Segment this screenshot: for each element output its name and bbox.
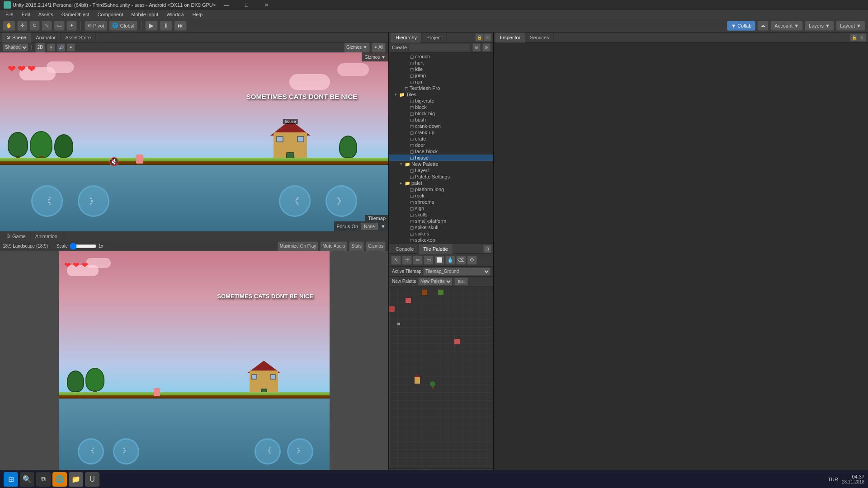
move-tool[interactable]: ✛	[17, 21, 28, 31]
menu-file[interactable]: File	[2, 11, 17, 18]
hier-item-platform-long[interactable]: ◻platform-long	[389, 186, 493, 192]
gizmos-game-button[interactable]: Gizmos	[366, 241, 386, 251]
gizmos-dropdown[interactable]: Gizmos ▼	[344, 42, 370, 52]
rotate-tool[interactable]: ↻	[29, 21, 40, 31]
layout-dropdown[interactable]: Layout ▼	[836, 21, 865, 31]
tab-project[interactable]: Project	[422, 33, 447, 42]
palette-fill-tool[interactable]: ⬜	[434, 256, 444, 265]
hand-tool[interactable]: ✋	[3, 21, 15, 31]
expand-arrow[interactable]: ▾	[400, 162, 405, 166]
active-tilemap-select[interactable]: Tilemap_Ground	[423, 267, 491, 276]
hier-item-crouch[interactable]: ◻crouch	[389, 53, 493, 60]
tab-tile-palette[interactable]: Tile Palette	[419, 244, 453, 254]
hier-item-Tiles[interactable]: ▾📁Tiles	[389, 91, 493, 98]
rect-tool[interactable]: ▭	[54, 21, 65, 31]
game-viewport[interactable]: ❤ ❤ ❤ SOMETIMES CATS DONT BE NICE 《 》 《 …	[0, 251, 388, 478]
hier-item-rock[interactable]: ◻rock	[389, 192, 493, 199]
mobile-btn-left-left[interactable]: 《	[31, 185, 63, 217]
hier-item-TextMeshPro[interactable]: ◻TextMesh Pro	[389, 85, 493, 91]
play-button[interactable]: ▶	[145, 21, 158, 31]
lighting-toggle[interactable]: ☀	[47, 43, 55, 52]
game-mobile-btn-lr[interactable]: 》	[113, 438, 139, 465]
game-mobile-btn-rl[interactable]: 《	[255, 438, 281, 465]
hier-item-big-crate[interactable]: ◻big-crate	[389, 98, 493, 104]
hier-item-house[interactable]: ◻house	[389, 155, 493, 161]
hier-item-PaletteSettings[interactable]: ◻Palette Settings	[389, 174, 493, 180]
tab-game[interactable]: ⊙ Game	[2, 231, 31, 241]
game-mobile-btn-rr[interactable]: 》	[287, 438, 313, 465]
hier-item-block-big[interactable]: ◻block-big	[389, 110, 493, 117]
start-button[interactable]: ⊞	[4, 472, 18, 487]
global-button[interactable]: 🌐 Global	[109, 21, 137, 31]
tab-animator[interactable]: Animator	[31, 33, 61, 42]
mute-audio-button[interactable]: Mute Audio	[320, 241, 347, 251]
taskbar-task-view[interactable]: ⧉	[36, 472, 51, 487]
cloud-button[interactable]: ☁	[757, 21, 769, 31]
hier-item-crate[interactable]: ◻crate	[389, 136, 493, 142]
hier-item-jump[interactable]: ◻jump	[389, 72, 493, 79]
expand-arrow[interactable]: ▸	[400, 181, 405, 185]
hierarchy-lock-btn[interactable]: 🔒	[475, 33, 483, 42]
tab-asset-store[interactable]: Asset Store	[61, 33, 96, 42]
layers-dropdown[interactable]: Layers ▼	[805, 21, 834, 31]
tab-console[interactable]: Console	[391, 244, 419, 254]
palette-select-tool[interactable]: ↖	[391, 256, 401, 265]
palette-edit-btn[interactable]: Edit	[454, 277, 468, 286]
console-maximize-btn[interactable]: ⊡	[483, 245, 491, 253]
scene-viewport[interactable]: house 《 》 《 》	[0, 52, 388, 231]
hier-item-spikes[interactable]: ◻spikes	[389, 230, 493, 237]
hier-item-face-block[interactable]: ◻face-block	[389, 148, 493, 155]
transform-tool[interactable]: ✦	[66, 21, 77, 31]
palette-tree-tile[interactable]	[430, 381, 435, 389]
hier-item-block[interactable]: ◻block	[389, 104, 493, 110]
game-mobile-btn-ll[interactable]: 《	[78, 438, 104, 465]
2d-toggle[interactable]: 2D	[35, 42, 46, 52]
menu-window[interactable]: Window	[163, 11, 188, 18]
tile-item-3[interactable]	[438, 290, 443, 295]
stats-button[interactable]: Stats	[349, 241, 364, 251]
tab-inspector[interactable]: Inspector	[495, 33, 525, 42]
focus-none-button[interactable]: None	[361, 223, 378, 230]
menu-assets[interactable]: Assets	[35, 11, 57, 18]
hierarchy-search[interactable]	[409, 44, 471, 51]
tab-services[interactable]: Services	[525, 33, 554, 42]
shading-mode-select[interactable]: Shaded	[3, 43, 28, 52]
scale-slider[interactable]	[70, 244, 97, 249]
menu-help[interactable]: Help	[189, 11, 206, 18]
scale-tool[interactable]: ⤡	[42, 21, 52, 31]
hierarchy-more-btn[interactable]: ≡	[483, 33, 491, 42]
hier-item-crank-up[interactable]: ◻crank-up	[389, 129, 493, 136]
hier-item-shrooms[interactable]: ◻shrooms	[389, 199, 493, 205]
focus-dropdown-icon[interactable]: ▼	[381, 224, 386, 229]
pivot-button[interactable]: ⊙ Pivot	[85, 21, 107, 31]
hier-item-idle[interactable]: ◻idle	[389, 66, 493, 72]
taskbar-file-explorer[interactable]: 📁	[69, 472, 83, 487]
hier-item-Layer1[interactable]: ◻Layer1	[389, 167, 493, 174]
tile-item-2[interactable]	[422, 290, 427, 295]
tab-animation[interactable]: Animation	[31, 231, 62, 241]
palette-select[interactable]: New Palette	[418, 277, 453, 286]
pause-button[interactable]: ⏸	[160, 21, 172, 31]
hier-item-sign[interactable]: ◻sign	[389, 205, 493, 211]
palette-erase-tool[interactable]: ⌫	[456, 256, 466, 265]
menu-gameobject[interactable]: GameObject	[58, 11, 93, 18]
tab-hierarchy[interactable]: Hierarchy	[391, 33, 422, 42]
hier-item-skulls[interactable]: ◻skulls	[389, 211, 493, 218]
tile-item-5[interactable]	[397, 323, 400, 325]
collab-button[interactable]: ▼ Collab	[727, 21, 755, 31]
hier-item-run[interactable]: ◻run	[389, 79, 493, 85]
menu-component[interactable]: Component	[94, 11, 127, 18]
tile-item-1[interactable]	[406, 298, 411, 303]
close-button[interactable]: ✕	[257, 0, 275, 10]
palette-settings-tool[interactable]: ⚙	[467, 256, 477, 265]
maximize-on-play[interactable]: Maximize On Play	[278, 241, 319, 251]
hier-item-spike-top[interactable]: ◻spike-top	[389, 237, 493, 243]
inspector-more-btn[interactable]: ≡	[858, 33, 866, 42]
hier-item-crank-down[interactable]: ◻crank-down	[389, 123, 493, 129]
menu-mobile-input[interactable]: Mobile Input	[127, 11, 162, 18]
hier-item-hurt[interactable]: ◻hurt	[389, 60, 493, 66]
tile-palette-grid[interactable]	[389, 286, 493, 468]
hier-item-palet[interactable]: ▸📁palet	[389, 180, 493, 186]
hier-item-small-platform[interactable]: ◻small-platform	[389, 218, 493, 224]
inspector-lock-btn[interactable]: 🔒	[850, 33, 858, 42]
